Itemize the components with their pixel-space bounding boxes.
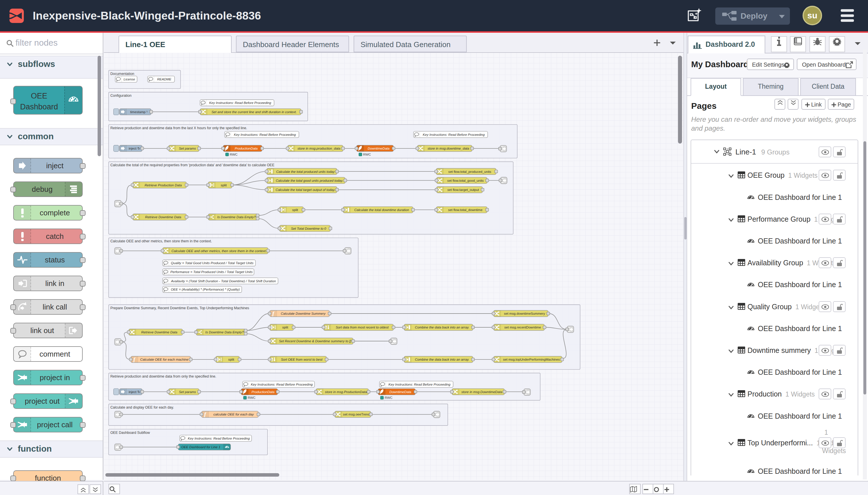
svg-text:OEE Dashboard for Line 1: OEE Dashboard for Line 1 [181,445,221,449]
svg-text:Calculate Downtime Summery: Calculate Downtime Summery [281,311,326,315]
svg-text:Is Downtime Data Empty?: Is Downtime Data Empty? [217,215,256,219]
svg-text:set msg.oeeTrend: set msg.oeeTrend [343,412,370,416]
svg-text:README: README [157,77,171,81]
svg-text:split: split [282,325,288,329]
svg-text:Set params: Set params [179,147,196,150]
svg-text:Calculate the total target out: Calculate the total target output of tod… [276,188,335,191]
svg-text:Prepare Downtime Summary, Rece: Prepare Downtime Summary, Recent Downtim… [110,306,249,310]
svg-text:Calculate OEE and other metric: Calculate OEE and other metrics, then st… [171,249,266,253]
svg-text:Sort data from most recent to: Sort data from most recent to oldest [335,325,389,329]
svg-text:set flow.total_downtime: set flow.total_downtime [448,208,483,211]
svg-text:Configuration: Configuration [110,93,132,98]
svg-text:Calculate OEE and other metric: Calculate OEE and other metrics, then st… [110,239,212,243]
svg-text:store in msg.downtime_data: store in msg.downtime_data [428,147,470,150]
svg-text:DowntimeData: DowntimeData [368,147,390,150]
svg-text:set flow.total_produced_units: set flow.total_produced_units [448,170,491,173]
svg-text:set flow.total_good_units: set flow.total_good_units [447,178,484,182]
svg-text:split: split [292,208,298,211]
svg-text:Key Instructions: Read Before: Key Instructions: Read Before Proceeding [423,133,485,136]
svg-text:Calculate OEE for each machine: Calculate OEE for each machine [140,357,189,361]
svg-text:ProductionData: ProductionData [251,390,274,394]
svg-text:store in msg.DowntimeData: store in msg.DowntimeData [461,390,502,394]
svg-text:inject ↻: inject ↻ [128,147,140,150]
svg-text:Retrieve Downtime Data: Retrieve Downtime Data [145,215,181,219]
svg-text:Calculate the total good units: Calculate the total good units produced … [276,178,343,182]
svg-text:Key Instructions: Read Before: Key Instructions: Read Before Proceeding [188,437,250,440]
svg-text:Set params: Set params [179,390,196,394]
svg-text:Set Total Downtime to 0: Set Total Downtime to 0 [291,226,326,230]
svg-text:Key Instructions: Read Before: Key Instructions: Read Before Proceeding [388,382,450,386]
svg-text:set flow.target_output: set flow.target_output [447,188,479,191]
svg-text:store in msg.ProductionData: store in msg.ProductionData [325,390,367,394]
svg-text:RWC: RWC [363,153,371,156]
svg-text:Retrieve production and downti: Retrieve production and downtime data fr… [110,374,216,378]
svg-text:RWC: RWC [385,396,393,399]
svg-text:RWC: RWC [230,153,238,156]
svg-text:ProductionData: ProductionData [235,147,258,150]
svg-text:Calculate the total downtime d: Calculate the total downtime duration [354,208,409,211]
svg-text:Performance = Total Produced U: Performance = Total Produced Units / Tot… [171,270,253,274]
svg-text:Retrieve Production Data: Retrieve Production Data [145,183,182,187]
svg-text:Quality = Total Good Units Pro: Quality = Total Good Units Produced / To… [171,261,254,265]
svg-text:set msg.recentDowntime: set msg.recentDowntime [504,325,541,329]
svg-text:Documentation: Documentation [110,72,134,76]
svg-text:Sort OEE from worst to best: Sort OEE from worst to best [281,357,323,361]
svg-text:License: License [123,77,135,81]
svg-text:set msg.topUnderPerformingMach: set msg.topUnderPerformingMachines [503,357,560,361]
svg-text:Set Recent Downtime & Downtime: Set Recent Downtime & Downtime summery t… [279,339,351,343]
svg-text:calculate OEE for each day: calculate OEE for each day [213,412,254,416]
svg-text:Calculate the total produced u: Calculate the total produced units today [276,170,335,173]
svg-text:Key Instructions: Read Before: Key Instructions: Read Before Proceeding [209,101,271,104]
svg-text:Key Instructions: Read Before: Key Instructions: Read Before Proceeding [251,382,313,386]
svg-text:set msg.downtimeSummery: set msg.downtimeSummery [504,311,545,315]
svg-text:Set and store the current line: Set and store the current line and shift… [211,110,297,114]
svg-text:split: split [228,357,234,361]
svg-text:RWC: RWC [248,396,256,399]
svg-text:Key Instructions: Read Before: Key Instructions: Read Before Proceeding [234,133,296,136]
svg-text:inject ↻: inject ↻ [128,390,140,394]
svg-text:Combine the data back into an: Combine the data back into an array. [415,325,469,329]
svg-text:store in msg.production_data: store in msg.production_data [297,147,341,150]
svg-text:Is Downtime Data Empty?: Is Downtime Data Empty? [205,330,244,334]
svg-text:OEE = (Availability) * (Perfor: OEE = (Availability) * (Performance) * (… [171,287,240,291]
svg-text:Retrieve Downtime Data: Retrieve Downtime Data [141,330,177,334]
svg-text:OEE Dashboard Subflow: OEE Dashboard Subflow [110,431,150,435]
svg-text:Calculate and display OEE for: Calculate and display OEE for each day. [110,406,174,409]
svg-text:DowntimeData: DowntimeData [389,390,412,394]
svg-text:Availavity = (Total Shift Dura: Availavity = (Total Shift Duration - Tot… [171,279,276,283]
svg-text:timestamp ¹: timestamp ¹ [130,110,148,114]
svg-text:split: split [221,183,227,187]
svg-text:Retrieve production and downti: Retrieve production and downtime data fr… [110,126,247,130]
svg-text:Calculate the total of the req: Calculate the total of the required prop… [110,163,274,167]
svg-text:Combine the data back into an: Combine the data back into an array. [415,357,469,361]
